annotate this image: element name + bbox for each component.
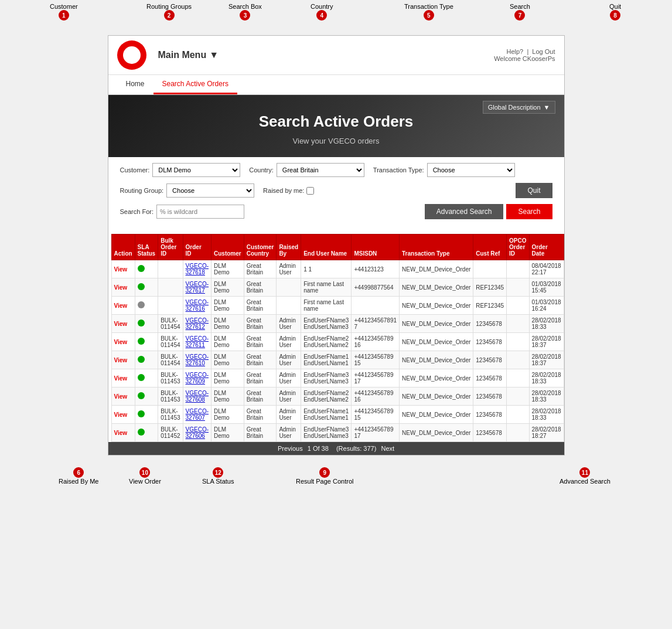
hero-dropdown[interactable]: Global Description ▼ bbox=[483, 101, 555, 114]
pagination-page-info: 1 Of 38 bbox=[308, 445, 329, 452]
main-menu-arrow: ▼ bbox=[209, 50, 219, 60]
cell-sla-5 bbox=[135, 351, 158, 369]
cell-custref-2: REF12345 bbox=[473, 297, 507, 315]
cell-enduser-5: EndUserFName1 EndUserLName1 bbox=[301, 351, 352, 369]
cell-transtype-8: NEW_DLM_Device_Order bbox=[400, 406, 473, 424]
logout-link[interactable]: Log Out bbox=[532, 48, 555, 55]
cell-order-7[interactable]: VGECO-327608 bbox=[183, 387, 211, 406]
col-order-date: Order Date bbox=[529, 234, 564, 260]
col-end-user-name: End User Name bbox=[301, 234, 352, 260]
table-header-row: Action SLA Status Bulk Order ID Order ID… bbox=[111, 234, 564, 260]
cell-custref-5: 12345678 bbox=[473, 351, 507, 369]
col-action: Action bbox=[111, 234, 135, 260]
annotation-search-label: Search 7 bbox=[510, 3, 530, 21]
cell-raised-2 bbox=[277, 297, 301, 315]
cell-action-1[interactable]: View bbox=[111, 278, 135, 297]
raised-by-me-group: Raised by me: bbox=[263, 187, 314, 195]
cell-action-4[interactable]: View bbox=[111, 333, 135, 351]
cell-customer-2: DLM Demo bbox=[212, 297, 244, 315]
cell-date-9: 28/02/2018 18:27 bbox=[529, 424, 564, 442]
cell-msisdn-8: +44123456789 15 bbox=[352, 406, 400, 424]
cell-action-3[interactable]: View bbox=[111, 315, 135, 333]
cell-action-5[interactable]: View bbox=[111, 351, 135, 369]
cell-order-6[interactable]: VGECO-327609 bbox=[183, 369, 211, 387]
advanced-search-button[interactable]: Advanced Search bbox=[425, 204, 504, 219]
cell-bulk-0 bbox=[158, 260, 183, 278]
search-for-input[interactable] bbox=[156, 205, 244, 219]
table-row: View BULK-011452 VGECO-327606 DLM Demo G… bbox=[111, 424, 564, 442]
cell-country-7: Great Britain bbox=[244, 387, 277, 406]
cell-date-8: 28/02/2018 18:33 bbox=[529, 406, 564, 424]
cell-action-7[interactable]: View bbox=[111, 387, 135, 406]
cell-action-9[interactable]: View bbox=[111, 424, 135, 442]
cell-order-3[interactable]: VGECO-327612 bbox=[183, 315, 211, 333]
col-bulk-order-id: Bulk Order ID bbox=[158, 234, 183, 260]
cell-date-0: 08/04/2018 22:17 bbox=[529, 260, 564, 278]
cell-custref-4: 12345678 bbox=[473, 333, 507, 351]
search-for-label: Search For: bbox=[120, 208, 153, 215]
cell-raised-3: Admin User bbox=[277, 315, 301, 333]
cell-order-1[interactable]: VGECO-327617 bbox=[183, 278, 211, 297]
cell-action-2[interactable]: View bbox=[111, 297, 135, 315]
cell-raised-9: Admin User bbox=[277, 424, 301, 442]
page-wrapper: Customer 1 Routing Groups 2 Search Box 3… bbox=[0, 0, 672, 629]
routing-group-label: Routing Group: bbox=[120, 187, 164, 194]
form-row-2: Routing Group: Choose Raised by me: Quit bbox=[120, 183, 552, 198]
country-select[interactable]: Great Britain bbox=[277, 163, 364, 177]
cell-sla-6 bbox=[135, 369, 158, 387]
customer-select[interactable]: DLM Demo bbox=[152, 163, 240, 177]
cell-customer-5: DLM Demo bbox=[212, 351, 244, 369]
cell-action-0[interactable]: View bbox=[111, 260, 135, 278]
cell-date-2: 01/03/2018 16:24 bbox=[529, 297, 564, 315]
quit-button[interactable]: Quit bbox=[516, 183, 552, 198]
pagination-previous[interactable]: Previous bbox=[278, 445, 303, 452]
annotation-searchbox-label: Search Box 3 bbox=[228, 3, 262, 21]
cell-msisdn-6: +44123456789 17 bbox=[352, 369, 400, 387]
cell-opco-3 bbox=[507, 315, 529, 333]
help-link[interactable]: Help? bbox=[507, 48, 524, 55]
cell-date-4: 28/02/2018 18:37 bbox=[529, 333, 564, 351]
cell-action-8[interactable]: View bbox=[111, 406, 135, 424]
cell-raised-8: Admin User bbox=[277, 406, 301, 424]
cell-enduser-6: EndUserFName3 EndUserLName3 bbox=[301, 369, 352, 387]
tab-home[interactable]: Home bbox=[117, 75, 153, 94]
cell-order-8[interactable]: VGECO-327607 bbox=[183, 406, 211, 424]
transaction-type-select[interactable]: Choose bbox=[427, 163, 515, 177]
cell-opco-6 bbox=[507, 369, 529, 387]
cell-country-6: Great Britain bbox=[244, 369, 277, 387]
main-menu-label: Main Menu bbox=[158, 50, 207, 60]
main-menu-button[interactable]: Main Menu ▼ bbox=[158, 50, 219, 60]
cell-msisdn-9: +44123456789 17 bbox=[352, 424, 400, 442]
cell-msisdn-4: +44123456789 16 bbox=[352, 333, 400, 351]
cell-order-5[interactable]: VGECO-327610 bbox=[183, 351, 211, 369]
cell-bulk-9: BULK-011452 bbox=[158, 424, 183, 442]
raised-by-me-checkbox[interactable] bbox=[306, 187, 314, 195]
welcome-text: Welcome CKooserPs bbox=[494, 55, 555, 62]
cell-order-2[interactable]: VGECO-327616 bbox=[183, 297, 211, 315]
col-order-id: Order ID bbox=[183, 234, 211, 260]
tab-search-active-orders[interactable]: Search Active Orders bbox=[153, 75, 237, 94]
cell-country-1: Great Britain bbox=[244, 278, 277, 297]
search-for-group: Search For: bbox=[120, 205, 244, 219]
cell-action-6[interactable]: View bbox=[111, 369, 135, 387]
search-button[interactable]: Search bbox=[506, 204, 552, 219]
routing-group-select[interactable]: Choose bbox=[166, 183, 254, 198]
annotation-country-label: Country 4 bbox=[311, 3, 333, 21]
cell-customer-3: DLM Demo bbox=[212, 315, 244, 333]
cell-enduser-0: 1 1 bbox=[301, 260, 352, 278]
col-customer: Customer bbox=[212, 234, 244, 260]
cell-customer-0: DLM Demo bbox=[212, 260, 244, 278]
search-form: Customer: DLM Demo Country: Great Britai… bbox=[108, 157, 564, 231]
cell-transtype-9: NEW_DLM_Device_Order bbox=[400, 424, 473, 442]
pagination-next[interactable]: Next bbox=[381, 445, 394, 452]
cell-enduser-4: EndUserFName2 EndUserLName2 bbox=[301, 333, 352, 351]
cell-opco-9 bbox=[507, 424, 529, 442]
cell-enduser-2: First name Last name bbox=[301, 297, 352, 315]
hero-subtitle: View your VGECO orders bbox=[117, 137, 555, 145]
cell-sla-1 bbox=[135, 278, 158, 297]
vodafone-logo bbox=[117, 40, 146, 70]
cell-customer-8: DLM Demo bbox=[212, 406, 244, 424]
cell-order-4[interactable]: VGECO-327611 bbox=[183, 333, 211, 351]
cell-order-9[interactable]: VGECO-327606 bbox=[183, 424, 211, 442]
cell-order-0[interactable]: VGECO-327618 bbox=[183, 260, 211, 278]
